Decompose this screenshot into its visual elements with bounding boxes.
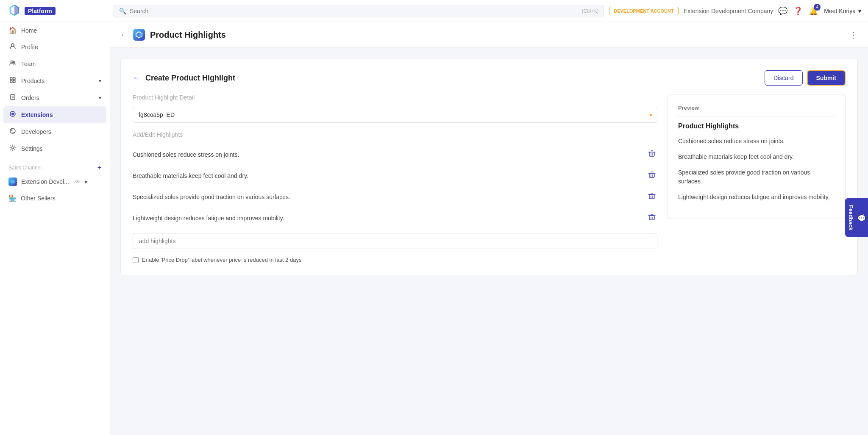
preview-label: Preview bbox=[678, 105, 835, 116]
form-left-col: Product Highlight Detail lg8coa5p_ED ▾ bbox=[133, 94, 657, 263]
price-drop-label: Enable 'Price Drop' label whenever price… bbox=[142, 257, 301, 263]
notifications-button[interactable]: 🔔 4 bbox=[809, 6, 818, 16]
user-name: Meet Koriya bbox=[824, 8, 856, 14]
settings-icon bbox=[8, 144, 17, 153]
sidebar-item-orders[interactable]: Orders ▾ bbox=[0, 89, 110, 106]
sidebar-label-orders: Orders bbox=[21, 94, 39, 101]
user-menu[interactable]: Meet Koriya ▾ bbox=[824, 8, 861, 14]
sidebar-item-label: Home bbox=[21, 27, 37, 34]
highlight-item: Specialized soles provide good traction … bbox=[133, 186, 657, 208]
highlight-text: Lightweight design reduces fatigue and i… bbox=[133, 215, 643, 222]
submit-button[interactable]: Submit bbox=[807, 70, 846, 86]
preview-heading: Product Highlights bbox=[678, 122, 835, 130]
topbar-icons: 💬 ❓ 🔔 4 Meet Koriya ▾ bbox=[778, 6, 861, 16]
price-drop-checkbox[interactable] bbox=[133, 257, 139, 263]
team-icon bbox=[8, 60, 17, 68]
highlight-item: Breathable materials keep feet cool and … bbox=[133, 165, 657, 186]
svg-rect-35 bbox=[649, 194, 654, 199]
product-select-wrapper: lg8coa5p_ED ▾ bbox=[133, 107, 657, 123]
svg-rect-10 bbox=[11, 94, 15, 100]
svg-rect-6 bbox=[10, 78, 12, 80]
delete-highlight-button[interactable] bbox=[646, 212, 657, 224]
preview-item: Lightweight design reduces fatigue and i… bbox=[678, 193, 835, 202]
discard-button[interactable]: Discard bbox=[765, 70, 802, 86]
delete-highlight-button[interactable] bbox=[646, 191, 657, 203]
sidebar: 🏠 Home Profile Team Products ▾ bbox=[0, 22, 110, 435]
preview-card: Preview Product Highlights Cushioned sol… bbox=[668, 94, 846, 219]
search-input[interactable] bbox=[130, 8, 579, 14]
home-icon: 🏠 bbox=[8, 26, 17, 34]
sidebar-label-team: Team bbox=[21, 61, 36, 67]
svg-marker-24 bbox=[139, 32, 142, 38]
preview-item: Breathable materials keep feet cool and … bbox=[678, 152, 835, 161]
orders-chevron-icon: ▾ bbox=[99, 95, 101, 101]
channel-chevron-icon: ▾ bbox=[84, 178, 87, 185]
sidebar-item-settings[interactable]: Settings bbox=[0, 140, 110, 157]
topbar: Platform 🔍 (Ctrl+k) DEVELOPMENT ACCOUNT … bbox=[0, 0, 868, 22]
form-back-button[interactable]: ← bbox=[133, 74, 140, 83]
sidebar-label-settings: Settings bbox=[21, 145, 43, 152]
add-edit-label: Add/Edit Highlights bbox=[133, 131, 657, 138]
main-content: ← Product Highlights ⋮ ← Create Product … bbox=[110, 22, 868, 435]
search-shortcut: (Ctrl+k) bbox=[582, 8, 599, 14]
highlight-text: Specialized soles provide good traction … bbox=[133, 194, 643, 200]
other-sellers-label: Other Sellers bbox=[21, 195, 56, 202]
dev-badge: DEVELOPMENT ACCOUNT bbox=[609, 7, 678, 15]
svg-point-3 bbox=[11, 44, 14, 46]
svg-point-19 bbox=[10, 128, 15, 133]
page-header: ← Product Highlights ⋮ bbox=[110, 22, 868, 48]
svg-point-4 bbox=[11, 61, 13, 63]
product-select[interactable]: lg8coa5p_ED bbox=[133, 107, 657, 123]
highlight-item: Lightweight design reduces fatigue and i… bbox=[133, 208, 657, 229]
svg-marker-22 bbox=[11, 180, 15, 184]
content-inner: ← Create Product Highlight Discard Submi… bbox=[110, 48, 868, 285]
logo-icon bbox=[7, 3, 22, 19]
feedback-icon: 💬 bbox=[857, 213, 865, 222]
highlight-text: Cushioned soles reduce stress on joints. bbox=[133, 151, 643, 158]
section-label: Product Highlight Detail bbox=[133, 94, 657, 101]
eye-icon: 👁 bbox=[75, 179, 80, 185]
sidebar-item-developers[interactable]: Developers bbox=[0, 123, 110, 140]
delete-highlight-button[interactable] bbox=[646, 148, 657, 161]
products-chevron-icon: ▾ bbox=[99, 78, 101, 84]
developers-icon bbox=[8, 127, 17, 136]
feedback-tab[interactable]: 💬 Feedback bbox=[845, 198, 868, 237]
sidebar-item-products[interactable]: Products ▾ bbox=[0, 72, 110, 89]
highlights-section: Add/Edit Highlights Cushioned soles redu… bbox=[133, 131, 657, 263]
store-icon: 🏪 bbox=[8, 194, 17, 202]
page-title: Product Highlights bbox=[150, 30, 226, 40]
svg-point-5 bbox=[13, 61, 15, 63]
add-channel-button[interactable]: + bbox=[97, 164, 101, 172]
back-button[interactable]: ← bbox=[120, 30, 128, 39]
search-bar[interactable]: 🔍 (Ctrl+k) bbox=[114, 5, 604, 17]
sidebar-item-extensions[interactable]: Extensions bbox=[3, 106, 106, 123]
messages-button[interactable]: 💬 bbox=[778, 6, 787, 16]
channel-logo bbox=[8, 177, 17, 186]
channel-item-others[interactable]: 🏪 Other Sellers bbox=[0, 190, 110, 206]
add-highlight-input[interactable] bbox=[133, 233, 657, 249]
svg-rect-25 bbox=[649, 152, 654, 156]
sales-channel-section: Sales Channel + bbox=[0, 157, 110, 173]
svg-point-13 bbox=[11, 113, 14, 115]
highlight-item: Cushioned soles reduce stress on joints. bbox=[133, 144, 657, 165]
preview-item: Cushioned soles reduce stress on joints. bbox=[678, 137, 835, 146]
more-options-button[interactable]: ⋮ bbox=[849, 30, 858, 40]
user-chevron-icon: ▾ bbox=[858, 8, 861, 14]
sidebar-item-home[interactable]: 🏠 Home bbox=[0, 22, 110, 39]
company-name: Extension Development Company bbox=[684, 8, 773, 14]
search-icon: 🔍 bbox=[119, 8, 126, 14]
sidebar-label-extensions: Extensions bbox=[21, 111, 53, 118]
channel-item-extension[interactable]: Extension Devel... 👁 ▾ bbox=[0, 173, 110, 190]
two-col-layout: Product Highlight Detail lg8coa5p_ED ▾ bbox=[133, 94, 846, 263]
preview-item: Specialized soles provide good traction … bbox=[678, 168, 835, 186]
feedback-label: Feedback bbox=[848, 205, 854, 230]
notification-count: 4 bbox=[814, 4, 821, 11]
delete-highlight-button[interactable] bbox=[646, 169, 657, 182]
form-card: ← Create Product Highlight Discard Submi… bbox=[120, 58, 858, 275]
svg-rect-8 bbox=[10, 80, 12, 83]
logo-area: Platform bbox=[7, 3, 108, 19]
help-button[interactable]: ❓ bbox=[793, 6, 803, 16]
sidebar-item-team[interactable]: Team bbox=[0, 55, 110, 72]
sidebar-item-profile[interactable]: Profile bbox=[0, 39, 110, 55]
products-icon bbox=[8, 77, 17, 85]
